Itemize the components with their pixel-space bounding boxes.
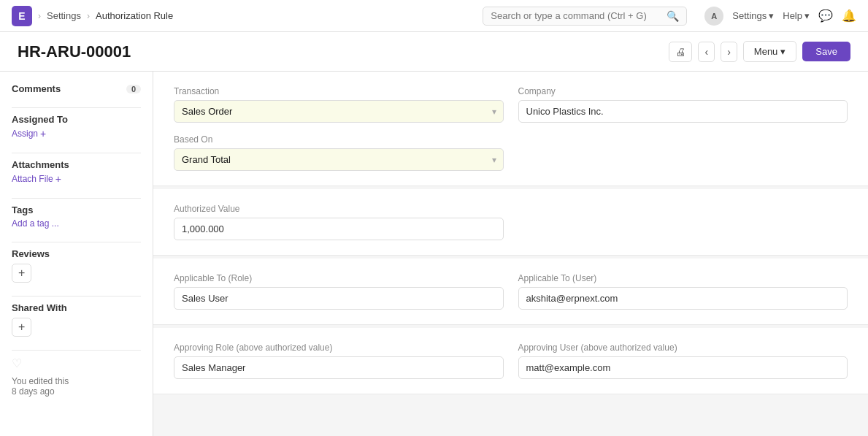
applicable-role-label: Applicable To (Role) <box>174 273 504 283</box>
page-title: HR-ARU-00001 <box>18 42 131 61</box>
page-header: HR-ARU-00001 🖨 ‹ › Menu ▾ Save <box>0 32 868 72</box>
menu-button[interactable]: Menu ▾ <box>743 41 797 62</box>
sidebar-assigned-label: Assigned To <box>12 114 141 125</box>
sidebar-reviews-section: Reviews + <box>12 248 141 283</box>
breadcrumb-settings[interactable]: Settings <box>47 10 81 21</box>
based-on-select[interactable]: Grand Total <box>174 148 504 171</box>
sidebar-divider-2 <box>12 153 141 153</box>
transaction-select-wrapper: Sales Order ▾ <box>174 100 504 123</box>
sidebar-tags-label: Tags <box>12 204 141 215</box>
form-group-transaction: Transaction Sales Order ▾ <box>174 86 504 123</box>
form-group-based-on: Based On Grand Total ▾ <box>174 134 504 171</box>
form-section-1: Transaction Sales Order ▾ Company Based … <box>153 72 868 186</box>
sidebar-attachments-section: Attachments Attach File + <box>12 159 141 185</box>
attach-file-button[interactable]: Attach File + <box>12 173 141 185</box>
sidebar: Comments 0 Assigned To Assign + Attachme… <box>0 72 153 436</box>
activity-info: You edited this 8 days ago <box>12 376 141 397</box>
sidebar-assigned-section: Assigned To Assign + <box>12 114 141 139</box>
form-group-approving-user: Approving User (above authorized value) <box>518 343 848 379</box>
approving-user-input[interactable] <box>518 356 848 379</box>
next-button[interactable]: › <box>721 42 737 62</box>
assign-button[interactable]: Assign + <box>12 128 141 139</box>
breadcrumb-chevron-2: › <box>87 11 90 21</box>
company-label: Company <box>518 86 848 96</box>
sidebar-attachments-label: Attachments <box>12 159 141 170</box>
applicable-role-input[interactable] <box>174 287 504 310</box>
sidebar-activity-section: ♡ You edited this 8 days ago <box>12 356 141 397</box>
sidebar-shared-section: Shared With + <box>12 302 141 337</box>
applicable-user-input[interactable] <box>518 287 848 310</box>
form-group-authorized-value: Authorized Value <box>174 204 504 240</box>
topnav: E › Settings › Authorization Rule 🔍 A Se… <box>0 0 868 32</box>
approving-user-label: Approving User (above authorized value) <box>518 343 848 353</box>
form-row-transaction-company: Transaction Sales Order ▾ Company <box>174 86 848 123</box>
comments-badge: 0 <box>126 85 141 93</box>
topnav-right: A Settings ▾ Help ▾ 💬 🔔 <box>704 7 856 26</box>
add-tag-button[interactable]: Add a tag ... <box>12 218 141 229</box>
chat-icon[interactable]: 💬 <box>818 9 833 23</box>
page-body: Comments 0 Assigned To Assign + Attachme… <box>0 72 868 436</box>
bell-icon[interactable]: 🔔 <box>842 9 856 23</box>
form-group-company: Company <box>518 86 848 123</box>
attach-plus-icon: + <box>55 173 61 185</box>
approving-role-label: Approving Role (above authorized value) <box>174 343 504 353</box>
form-section-3: Applicable To (Role) Applicable To (User… <box>153 259 868 325</box>
assign-plus-icon: + <box>40 128 46 139</box>
add-shared-button[interactable]: + <box>12 318 31 337</box>
help-button[interactable]: Help ▾ <box>783 10 810 21</box>
form-group-approving-role: Approving Role (above authorized value) <box>174 343 504 379</box>
sidebar-comments-section: Comments 0 <box>12 83 141 94</box>
form-section-2: Authorized Value <box>153 189 868 256</box>
search-input[interactable] <box>491 10 661 21</box>
header-actions: 🖨 ‹ › Menu ▾ Save <box>669 41 850 62</box>
app-logo: E <box>12 6 32 26</box>
add-review-button[interactable]: + <box>12 264 31 283</box>
search-icon: 🔍 <box>667 10 679 22</box>
authorized-value-label: Authorized Value <box>174 204 504 214</box>
heart-icon: ♡ <box>12 356 22 370</box>
approving-role-input[interactable] <box>174 356 504 379</box>
based-on-select-wrapper: Grand Total ▾ <box>174 148 504 171</box>
sidebar-divider-6 <box>12 350 141 351</box>
form-group-applicable-user: Applicable To (User) <box>518 273 848 310</box>
form-row-applicable: Applicable To (Role) Applicable To (User… <box>174 273 848 310</box>
form-row-based-on: Based On Grand Total ▾ <box>174 134 848 171</box>
breadcrumb-authorization-rule: Authorization Rule <box>96 10 173 21</box>
transaction-label: Transaction <box>174 86 504 96</box>
avatar[interactable]: A <box>704 7 723 26</box>
based-on-label: Based On <box>174 134 504 145</box>
form-group-applicable-role: Applicable To (Role) <box>174 273 504 310</box>
sidebar-divider-5 <box>12 296 141 297</box>
search-bar[interactable]: 🔍 <box>483 7 687 26</box>
transaction-select[interactable]: Sales Order <box>174 100 504 123</box>
print-button[interactable]: 🖨 <box>669 42 692 62</box>
company-input[interactable] <box>518 100 848 123</box>
applicable-user-label: Applicable To (User) <box>518 273 848 283</box>
sidebar-tags-section: Tags Add a tag ... <box>12 204 141 229</box>
form-row-authorized-value: Authorized Value <box>174 204 848 240</box>
sidebar-shared-label: Shared With <box>12 302 141 313</box>
sidebar-divider-4 <box>12 242 141 242</box>
sidebar-comments-label: Comments 0 <box>12 83 141 94</box>
sidebar-divider-1 <box>12 107 141 108</box>
authorized-value-input[interactable] <box>174 218 504 240</box>
breadcrumb-chevron-1: › <box>38 11 41 21</box>
sidebar-reviews-label: Reviews <box>12 248 141 259</box>
sidebar-divider-3 <box>12 198 141 199</box>
menu-chevron-icon: ▾ <box>780 46 786 57</box>
form-section-4: Approving Role (above authorized value) … <box>153 328 868 394</box>
main-content: Transaction Sales Order ▾ Company Based … <box>153 72 868 436</box>
prev-button[interactable]: ‹ <box>698 42 715 62</box>
save-button[interactable]: Save <box>802 42 850 61</box>
settings-button[interactable]: Settings ▾ <box>732 10 774 21</box>
form-row-approving: Approving Role (above authorized value) … <box>174 343 848 379</box>
